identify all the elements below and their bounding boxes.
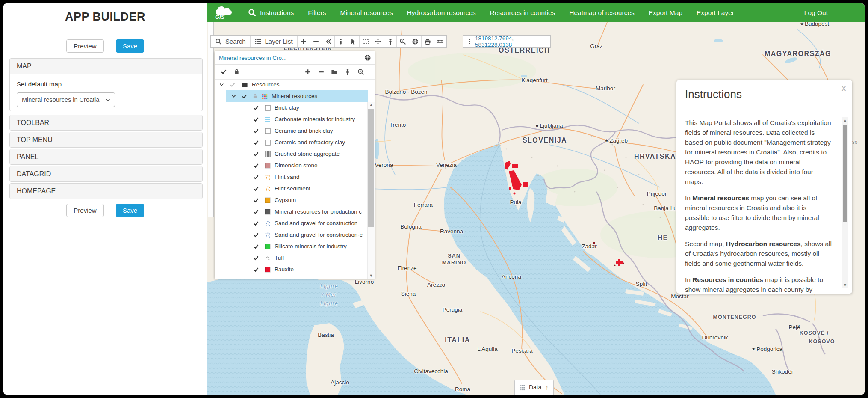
layer-visibility-check-icon[interactable] (253, 244, 259, 249)
layer-visibility-check-icon[interactable] (253, 267, 259, 273)
person-icon (387, 38, 394, 45)
layer-row-carbonate-minerals-for-industry[interactable]: Carbonate minerals for industry (215, 113, 368, 125)
layer-visibility-check-icon[interactable] (253, 209, 259, 215)
nav-item-export-layer[interactable]: Export Layer (697, 9, 734, 17)
collapsed-side-strip[interactable] (208, 22, 214, 217)
builder-top-actions: Preview Save (3, 39, 207, 53)
layer-row-sand-and-gravel-for-construction[interactable]: Sand and gravel for construction (215, 217, 368, 229)
accordion-section-panel: PANEL (9, 149, 203, 165)
kebab-menu-icon[interactable] (466, 38, 472, 45)
layer-row-ceramic-and-brick-clay[interactable]: Ceramic and brick clay (215, 125, 368, 137)
layer-visibility-check-icon[interactable] (253, 220, 259, 226)
pan-move-button[interactable] (372, 36, 384, 47)
zoom-to-area-button[interactable] (397, 36, 409, 47)
layer-visibility-check-icon[interactable] (253, 255, 259, 261)
measure-button[interactable] (434, 36, 446, 47)
instructions-scrollbar[interactable]: ▲ ▼ (842, 117, 848, 288)
nav-item-hydrocarbon-resources[interactable]: Hydrocarbon resources (407, 9, 476, 17)
scrollbar-thumb[interactable] (368, 109, 374, 227)
layer-row-gypsum[interactable]: Gypsum (215, 194, 368, 206)
layer-row-flint-sediment[interactable]: Flint sediment (215, 183, 368, 194)
nav-item-instructions[interactable]: Instructions (260, 9, 294, 17)
layer-row-dimension-stone[interactable]: Dimension stone (215, 160, 368, 171)
layer-visibility-check-icon[interactable] (242, 93, 248, 99)
select-cursor-button[interactable] (347, 36, 360, 47)
print-button[interactable] (422, 36, 434, 47)
chevron-down-icon[interactable] (231, 93, 236, 99)
layer-row-mineral-resources[interactable]: Mineral resources (215, 90, 368, 102)
layer-row-tuff[interactable]: Tuff (215, 252, 368, 264)
nav-item-filters[interactable]: Filters (308, 9, 326, 17)
save-button-bottom[interactable]: Save (116, 204, 144, 217)
layer-visibility-check-icon[interactable] (253, 163, 259, 169)
lock-icon[interactable] (233, 68, 240, 75)
scroll-down-icon[interactable]: ▼ (368, 273, 375, 278)
current-map-title-link[interactable]: Mineral resources in Cro... (219, 55, 286, 61)
map-search-button[interactable]: Search (211, 36, 251, 47)
default-map-select[interactable]: Mineral resources in Croatia (17, 92, 115, 107)
zoom-in-button[interactable] (298, 36, 310, 47)
layer-visibility-check-icon[interactable] (253, 174, 259, 180)
street-view-button[interactable] (384, 36, 397, 47)
accordion-header[interactable]: TOP MENU (10, 132, 202, 147)
save-button[interactable]: Save (116, 39, 144, 53)
unlock-icon[interactable] (252, 93, 258, 99)
layer-visibility-check-icon[interactable] (253, 232, 259, 238)
layer-visibility-check-icon[interactable] (253, 105, 259, 111)
layer-visibility-check-icon[interactable] (253, 140, 259, 146)
accordion-map-section: MAP Set default map Mineral resources in… (9, 58, 203, 111)
layer-permissions-button[interactable] (344, 68, 351, 75)
layer-row-bauxite[interactable]: Bauxite (215, 264, 368, 275)
layer-row-mineral-resources-for-production-c[interactable]: Mineral resources for production c (215, 206, 368, 217)
scrollbar-thumb[interactable] (843, 125, 847, 222)
identify-button[interactable] (335, 36, 347, 47)
globe-icon[interactable] (364, 54, 371, 61)
toggle-all-layers-check-icon[interactable] (221, 68, 227, 75)
folder-visibility-check-icon[interactable] (230, 82, 236, 88)
accordion-header[interactable]: PANEL (10, 149, 202, 164)
nav-item-export-map[interactable]: Export Map (649, 9, 682, 17)
nav-item-mineral-resources[interactable]: Mineral resources (340, 9, 393, 17)
layer-row-sand-and-gravel-for-construction-e[interactable]: Sand and gravel for construction-e (215, 229, 368, 241)
layer-row-brick-clay[interactable]: Brick clay (215, 102, 368, 113)
add-layer-button[interactable] (304, 68, 311, 75)
layer-row-resources[interactable]: Resources (215, 79, 368, 90)
remove-layer-button[interactable] (318, 68, 325, 75)
scroll-up-icon[interactable]: ▲ (368, 103, 375, 107)
layer-list-button[interactable]: Layer List (251, 36, 298, 47)
layer-visibility-check-icon[interactable] (253, 186, 259, 192)
close-icon[interactable]: x (841, 83, 846, 94)
group-layers-button[interactable] (331, 68, 338, 75)
chevron-down-icon[interactable] (219, 82, 224, 87)
layer-visibility-check-icon[interactable] (253, 151, 259, 157)
minus-icon (313, 38, 319, 45)
layer-visibility-check-icon[interactable] (253, 116, 259, 122)
preview-button[interactable]: Preview (66, 39, 104, 53)
scroll-up-icon[interactable]: ▲ (842, 118, 848, 123)
scroll-down-icon[interactable]: ▼ (842, 282, 848, 287)
layer-row-flint-sand[interactable]: Flint sand (215, 171, 368, 183)
nav-item-heatmap-of-resources[interactable]: Heatmap of resources (569, 9, 635, 17)
gis-cloud-logo[interactable]: GIS (212, 5, 233, 21)
nav-item-resources-in-counties[interactable]: Resources in counties (490, 9, 555, 17)
collapse-toolbar-button[interactable] (322, 36, 335, 47)
data-grid-toggle-button[interactable]: Data ↑ (514, 380, 554, 395)
zoom-to-layer-button[interactable] (357, 68, 364, 75)
preview-button-bottom[interactable]: Preview (66, 204, 104, 217)
layer-row-ceramic-and-refractory-clay[interactable]: Ceramic and refractory clay (215, 137, 368, 148)
accordion-header[interactable]: DATAGRID (10, 166, 202, 181)
accordion-header-map[interactable]: MAP (10, 59, 202, 74)
zoom-out-button[interactable] (310, 36, 322, 47)
selection-icon (362, 38, 369, 45)
layer-visibility-check-icon[interactable] (253, 128, 259, 134)
search-icon[interactable] (248, 9, 256, 17)
logout-button[interactable]: Log Out (804, 3, 828, 22)
layer-tree-scrollbar[interactable]: ▲ ▼ (367, 102, 375, 279)
layer-row-silicate-minerals-for-industry[interactable]: Silicate minerals for industry (215, 241, 368, 252)
box-select-button[interactable] (360, 36, 372, 47)
accordion-header[interactable]: HOMEPAGE (10, 184, 202, 199)
layer-row-crushed-stone-aggregate[interactable]: Crushed stone aggregate (215, 148, 368, 160)
full-extent-button[interactable] (409, 36, 422, 47)
accordion-header[interactable]: TOOLBAR (10, 115, 202, 130)
layer-visibility-check-icon[interactable] (253, 197, 259, 203)
